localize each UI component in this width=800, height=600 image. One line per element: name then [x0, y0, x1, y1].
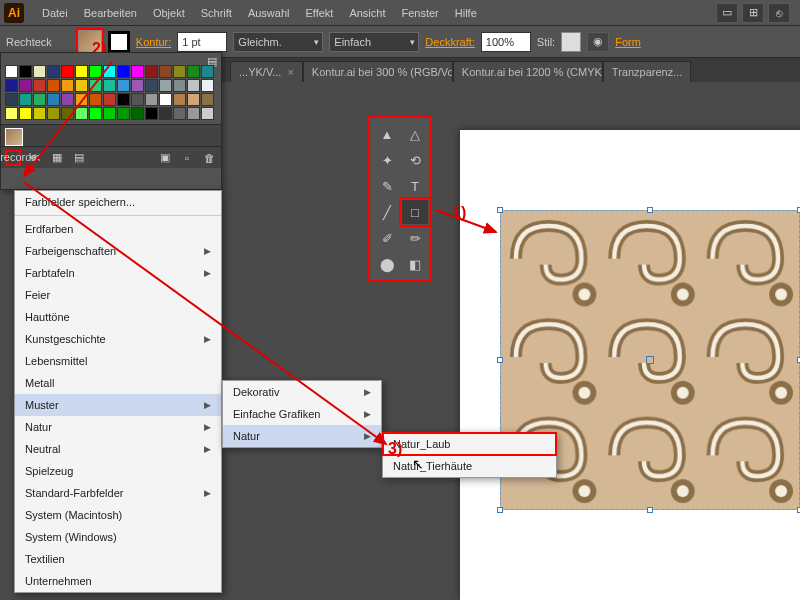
menu-schrift[interactable]: Schrift: [193, 7, 240, 19]
submenu-item[interactable]: Natur_Laub: [383, 433, 556, 455]
swatch-item[interactable]: [201, 107, 214, 120]
swatch-item[interactable]: [145, 79, 158, 92]
selection-handle[interactable]: [497, 507, 503, 513]
swatch-item[interactable]: [75, 107, 88, 120]
submenu-item[interactable]: Dekorativ▶: [223, 381, 381, 403]
swatch-item[interactable]: [33, 107, 46, 120]
swatch-item[interactable]: [19, 107, 32, 120]
panel-menu-icon[interactable]: ▤: [207, 55, 217, 59]
library-menu-item[interactable]: Lebensmittel: [15, 350, 221, 372]
swatch-options-icon[interactable]: ▦: [49, 150, 65, 166]
swatch-item[interactable]: [5, 79, 18, 92]
swatch-item[interactable]: [201, 93, 214, 106]
library-menu-item[interactable]: Hauttöne: [15, 306, 221, 328]
swatch-item[interactable]: [159, 65, 172, 78]
library-menu-item[interactable]: Muster▶: [15, 394, 221, 416]
swatch-item[interactable]: [145, 107, 158, 120]
swatch-item[interactable]: [47, 93, 60, 106]
swatch-item[interactable]: [5, 93, 18, 106]
swatch-item[interactable]: [19, 65, 32, 78]
swatch-item[interactable]: [145, 93, 158, 106]
doc-tab[interactable]: Tranzparenz...: [603, 61, 692, 82]
menu-datei[interactable]: Datei: [34, 7, 76, 19]
layout-icon[interactable]: ▭: [716, 3, 738, 23]
swatch-item[interactable]: [103, 107, 116, 120]
swatch-item[interactable]: [159, 79, 172, 92]
menu-effekt[interactable]: Effekt: [297, 7, 341, 19]
swatch-item[interactable]: [19, 79, 32, 92]
swatch-item[interactable]: [187, 93, 200, 106]
doc-tab[interactable]: ...YK/V...×: [230, 61, 303, 82]
style-swatch[interactable]: [561, 32, 581, 52]
library-menu-item[interactable]: Spielzeug: [15, 460, 221, 482]
swatch-item[interactable]: [47, 65, 60, 78]
swatch-item[interactable]: [47, 79, 60, 92]
swatch-item[interactable]: [61, 107, 74, 120]
submenu-item[interactable]: Natur_Tierhäute: [383, 455, 556, 477]
swatch-item[interactable]: [201, 65, 214, 78]
new-swatch-icon[interactable]: ▫: [179, 150, 195, 166]
swatch-item[interactable]: [159, 93, 172, 106]
form-link[interactable]: Form: [615, 36, 641, 48]
library-menu-item[interactable]: Natur▶: [15, 416, 221, 438]
type-tool-icon[interactable]: T: [402, 174, 428, 198]
swatch-item[interactable]: [103, 79, 116, 92]
swatch-item[interactable]: [5, 107, 18, 120]
brush-dropdown[interactable]: Einfach: [329, 32, 419, 52]
new-group-icon[interactable]: ▣: [157, 150, 173, 166]
line-tool-icon[interactable]: ╱: [374, 200, 400, 224]
swatch-item[interactable]: [61, 93, 74, 106]
swatch-item[interactable]: [187, 65, 200, 78]
eraser-tool-icon[interactable]: ◧: [402, 252, 428, 276]
swatch-item[interactable]: [117, 107, 130, 120]
selection-handle[interactable]: [497, 207, 503, 213]
pencil-tool-icon[interactable]: ✏: [402, 226, 428, 250]
swatch-item[interactable]: [187, 79, 200, 92]
menu-auswahl[interactable]: Auswahl: [240, 7, 298, 19]
direct-select-tool-icon[interactable]: △: [402, 122, 428, 146]
library-menu-item[interactable]: Metall: [15, 372, 221, 394]
library-menu-item[interactable]: Kunstgeschichte▶: [15, 328, 221, 350]
swatch-item[interactable]: [5, 128, 23, 146]
swatch-item[interactable]: [89, 79, 102, 92]
swatch-item[interactable]: [117, 93, 130, 106]
swatch-item[interactable]: [61, 65, 74, 78]
swatch-item[interactable]: [173, 65, 186, 78]
stroke-profile-dropdown[interactable]: Gleichm.: [233, 32, 323, 52]
submenu-item[interactable]: Einfache Grafiken▶: [223, 403, 381, 425]
swatch-item[interactable]: [117, 65, 130, 78]
blob-tool-icon[interactable]: ⬤: [374, 252, 400, 276]
swatch-item[interactable]: [145, 65, 158, 78]
swatch-item[interactable]: [33, 93, 46, 106]
selection-handle[interactable]: [497, 357, 503, 363]
swatch-item[interactable]: [47, 107, 60, 120]
selection-center[interactable]: [646, 356, 654, 364]
arrange-icon[interactable]: ⊞: [742, 3, 764, 23]
selection-handle[interactable]: [647, 507, 653, 513]
swatch-item[interactable]: [201, 79, 214, 92]
swatch-item[interactable]: [131, 79, 144, 92]
close-icon[interactable]: ×: [287, 66, 293, 78]
recolor-icon[interactable]: ◉: [587, 32, 609, 52]
rectangle-tool-icon[interactable]: □: [402, 200, 428, 224]
stroke-label[interactable]: Kontur:: [136, 36, 171, 48]
menu-ansicht[interactable]: Ansicht: [341, 7, 393, 19]
swatch-item[interactable]: [103, 93, 116, 106]
doc-tab[interactable]: Kontur.ai bei 300 % (RGB/Vorsch...×: [303, 61, 453, 82]
library-menu-item[interactable]: Farbeigenschaften▶: [15, 240, 221, 262]
swatch-item[interactable]: [103, 65, 116, 78]
menu-save-swatches[interactable]: Farbfelder speichern...: [15, 191, 221, 213]
library-menu-item[interactable]: Farbtafeln▶: [15, 262, 221, 284]
menu-hilfe[interactable]: Hilfe: [447, 7, 485, 19]
menu-bearbeiten[interactable]: Bearbeiten: [76, 7, 145, 19]
library-menu-item[interactable]: Standard-Farbfelder▶: [15, 482, 221, 504]
submenu-item[interactable]: Natur▶: [223, 425, 381, 447]
doc-tab[interactable]: Kontur.ai bei 1200 % (CMYK/Vor...×: [453, 61, 603, 82]
swatch-item[interactable]: [117, 79, 130, 92]
wand-tool-icon[interactable]: ✦: [374, 148, 400, 172]
brush-tool-icon[interactable]: ✐: [374, 226, 400, 250]
library-menu-item[interactable]: System (Windows): [15, 526, 221, 548]
lasso-tool-icon[interactable]: ⟲: [402, 148, 428, 172]
library-menu-item[interactable]: System (Macintosh): [15, 504, 221, 526]
stroke-weight-field[interactable]: 1 pt: [177, 32, 227, 52]
